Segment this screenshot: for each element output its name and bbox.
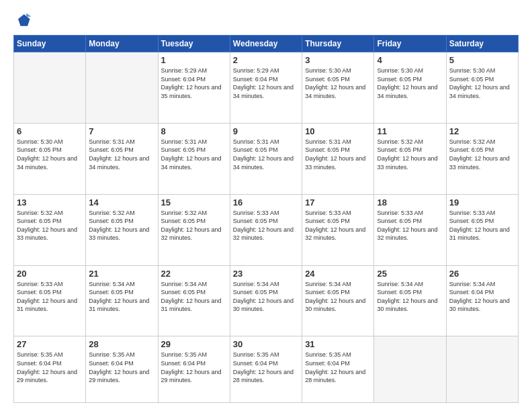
day-cell: 23Sunrise: 5:34 AMSunset: 6:05 PMDayligh… (230, 265, 302, 336)
day-cell (86, 52, 158, 124)
day-number: 5 (449, 55, 515, 65)
weekday-header-monday: Monday (86, 36, 158, 52)
day-cell: 11Sunrise: 5:32 AMSunset: 6:05 PMDayligh… (374, 123, 446, 194)
day-cell: 10Sunrise: 5:31 AMSunset: 6:05 PMDayligh… (302, 123, 374, 194)
day-number: 9 (233, 126, 299, 136)
logo (13, 11, 35, 30)
day-cell: 6Sunrise: 5:30 AMSunset: 6:05 PMDaylight… (14, 123, 86, 194)
day-info: Sunrise: 5:31 AMSunset: 6:05 PMDaylight:… (161, 138, 227, 171)
day-cell: 5Sunrise: 5:30 AMSunset: 6:05 PMDaylight… (446, 52, 518, 124)
day-info: Sunrise: 5:32 AMSunset: 6:05 PMDaylight:… (449, 138, 515, 171)
day-info: Sunrise: 5:34 AMSunset: 6:05 PMDaylight:… (305, 280, 371, 314)
day-number: 7 (89, 126, 154, 136)
day-info: Sunrise: 5:33 AMSunset: 6:05 PMDaylight:… (305, 209, 371, 242)
calendar-table: SundayMondayTuesdayWednesdayThursdayFrid… (13, 35, 519, 403)
day-info: Sunrise: 5:34 AMSunset: 6:05 PMDaylight:… (89, 280, 154, 314)
day-number: 17 (305, 197, 371, 208)
day-cell: 26Sunrise: 5:34 AMSunset: 6:04 PMDayligh… (446, 265, 518, 336)
day-number: 1 (161, 55, 227, 65)
day-cell: 29Sunrise: 5:35 AMSunset: 6:04 PMDayligh… (158, 336, 230, 403)
day-number: 6 (17, 126, 83, 136)
day-info: Sunrise: 5:35 AMSunset: 6:04 PMDaylight:… (161, 351, 227, 384)
logo-icon (13, 11, 32, 30)
day-info: Sunrise: 5:32 AMSunset: 6:05 PMDaylight:… (377, 138, 443, 171)
day-cell (446, 336, 518, 403)
day-cell: 12Sunrise: 5:32 AMSunset: 6:05 PMDayligh… (446, 123, 518, 194)
day-cell: 13Sunrise: 5:32 AMSunset: 6:05 PMDayligh… (14, 194, 86, 265)
day-number: 16 (233, 197, 299, 208)
day-cell: 18Sunrise: 5:33 AMSunset: 6:05 PMDayligh… (374, 194, 446, 265)
day-info: Sunrise: 5:31 AMSunset: 6:05 PMDaylight:… (305, 138, 371, 171)
week-row-2: 6Sunrise: 5:30 AMSunset: 6:05 PMDaylight… (14, 123, 519, 194)
day-cell: 25Sunrise: 5:34 AMSunset: 6:05 PMDayligh… (374, 265, 446, 336)
day-info: Sunrise: 5:35 AMSunset: 6:04 PMDaylight:… (17, 351, 83, 384)
header (13, 11, 519, 30)
day-info: Sunrise: 5:34 AMSunset: 6:05 PMDaylight:… (233, 280, 299, 314)
weekday-header-sunday: Sunday (14, 36, 86, 52)
day-info: Sunrise: 5:35 AMSunset: 6:04 PMDaylight:… (233, 351, 299, 384)
day-number: 14 (89, 197, 154, 208)
day-cell: 30Sunrise: 5:35 AMSunset: 6:04 PMDayligh… (230, 336, 302, 403)
day-info: Sunrise: 5:35 AMSunset: 6:04 PMDaylight:… (89, 351, 154, 384)
day-cell (374, 336, 446, 403)
day-number: 28 (89, 339, 154, 349)
day-number: 8 (161, 126, 227, 136)
day-number: 25 (377, 269, 443, 279)
day-number: 20 (17, 269, 83, 279)
day-number: 24 (305, 269, 371, 279)
day-cell: 4Sunrise: 5:30 AMSunset: 6:05 PMDaylight… (374, 52, 446, 124)
day-cell: 16Sunrise: 5:33 AMSunset: 6:05 PMDayligh… (230, 194, 302, 265)
day-info: Sunrise: 5:33 AMSunset: 6:05 PMDaylight:… (233, 209, 299, 242)
day-cell (14, 52, 86, 124)
day-number: 26 (449, 269, 515, 279)
day-info: Sunrise: 5:31 AMSunset: 6:05 PMDaylight:… (89, 138, 154, 171)
weekday-header-friday: Friday (374, 36, 446, 52)
day-info: Sunrise: 5:33 AMSunset: 6:05 PMDaylight:… (449, 209, 515, 242)
day-cell: 19Sunrise: 5:33 AMSunset: 6:05 PMDayligh… (446, 194, 518, 265)
day-number: 18 (377, 197, 443, 208)
day-cell: 24Sunrise: 5:34 AMSunset: 6:05 PMDayligh… (302, 265, 374, 336)
weekday-header-saturday: Saturday (446, 36, 518, 52)
day-cell: 28Sunrise: 5:35 AMSunset: 6:04 PMDayligh… (86, 336, 158, 403)
day-number: 10 (305, 126, 371, 136)
day-info: Sunrise: 5:33 AMSunset: 6:05 PMDaylight:… (17, 280, 83, 314)
day-number: 19 (449, 197, 515, 208)
day-number: 21 (89, 269, 154, 279)
day-cell: 9Sunrise: 5:31 AMSunset: 6:05 PMDaylight… (230, 123, 302, 194)
week-row-1: 1Sunrise: 5:29 AMSunset: 6:04 PMDaylight… (14, 52, 519, 124)
day-cell: 17Sunrise: 5:33 AMSunset: 6:05 PMDayligh… (302, 194, 374, 265)
week-row-3: 13Sunrise: 5:32 AMSunset: 6:05 PMDayligh… (14, 194, 519, 265)
day-cell: 20Sunrise: 5:33 AMSunset: 6:05 PMDayligh… (14, 265, 86, 336)
day-cell: 8Sunrise: 5:31 AMSunset: 6:05 PMDaylight… (158, 123, 230, 194)
day-info: Sunrise: 5:30 AMSunset: 6:05 PMDaylight:… (449, 66, 515, 100)
day-number: 11 (377, 126, 443, 136)
day-cell: 14Sunrise: 5:32 AMSunset: 6:05 PMDayligh… (86, 194, 158, 265)
day-info: Sunrise: 5:32 AMSunset: 6:05 PMDaylight:… (89, 209, 154, 242)
day-number: 30 (233, 339, 299, 349)
day-number: 12 (449, 126, 515, 136)
day-number: 2 (233, 55, 299, 65)
day-info: Sunrise: 5:32 AMSunset: 6:05 PMDaylight:… (161, 209, 227, 242)
day-number: 27 (17, 339, 83, 349)
day-cell: 7Sunrise: 5:31 AMSunset: 6:05 PMDaylight… (86, 123, 158, 194)
day-info: Sunrise: 5:32 AMSunset: 6:05 PMDaylight:… (17, 209, 83, 242)
day-info: Sunrise: 5:30 AMSunset: 6:05 PMDaylight:… (17, 138, 83, 171)
day-info: Sunrise: 5:34 AMSunset: 6:05 PMDaylight:… (377, 280, 443, 314)
day-cell: 21Sunrise: 5:34 AMSunset: 6:05 PMDayligh… (86, 265, 158, 336)
day-cell: 1Sunrise: 5:29 AMSunset: 6:04 PMDaylight… (158, 52, 230, 124)
day-info: Sunrise: 5:31 AMSunset: 6:05 PMDaylight:… (233, 138, 299, 171)
day-number: 13 (17, 197, 83, 208)
day-number: 3 (305, 55, 371, 65)
day-number: 23 (233, 269, 299, 279)
day-cell: 3Sunrise: 5:30 AMSunset: 6:05 PMDaylight… (302, 52, 374, 124)
day-info: Sunrise: 5:34 AMSunset: 6:04 PMDaylight:… (449, 280, 515, 314)
day-cell: 2Sunrise: 5:29 AMSunset: 6:04 PMDaylight… (230, 52, 302, 124)
day-cell: 27Sunrise: 5:35 AMSunset: 6:04 PMDayligh… (14, 336, 86, 403)
day-info: Sunrise: 5:29 AMSunset: 6:04 PMDaylight:… (161, 66, 227, 100)
week-row-5: 27Sunrise: 5:35 AMSunset: 6:04 PMDayligh… (14, 336, 519, 403)
day-number: 4 (377, 55, 443, 65)
day-number: 29 (161, 339, 227, 349)
weekday-header-tuesday: Tuesday (158, 36, 230, 52)
page: SundayMondayTuesdayWednesdayThursdayFrid… (0, 0, 532, 411)
day-info: Sunrise: 5:34 AMSunset: 6:05 PMDaylight:… (161, 280, 227, 314)
